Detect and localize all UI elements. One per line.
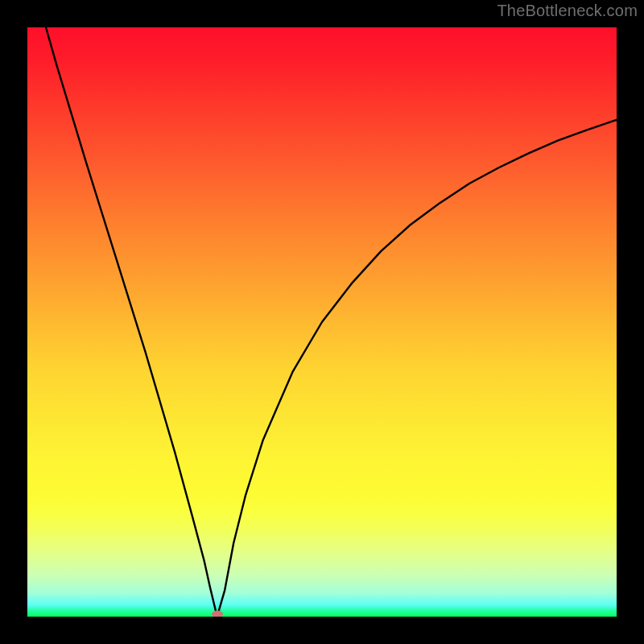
plot-area	[27, 27, 617, 617]
bottleneck-curve	[27, 27, 617, 617]
curve-svg	[27, 27, 617, 617]
minimum-marker	[212, 611, 223, 617]
watermark-text: TheBottleneck.com	[497, 2, 638, 20]
chart-frame: TheBottleneck.com	[0, 0, 644, 644]
